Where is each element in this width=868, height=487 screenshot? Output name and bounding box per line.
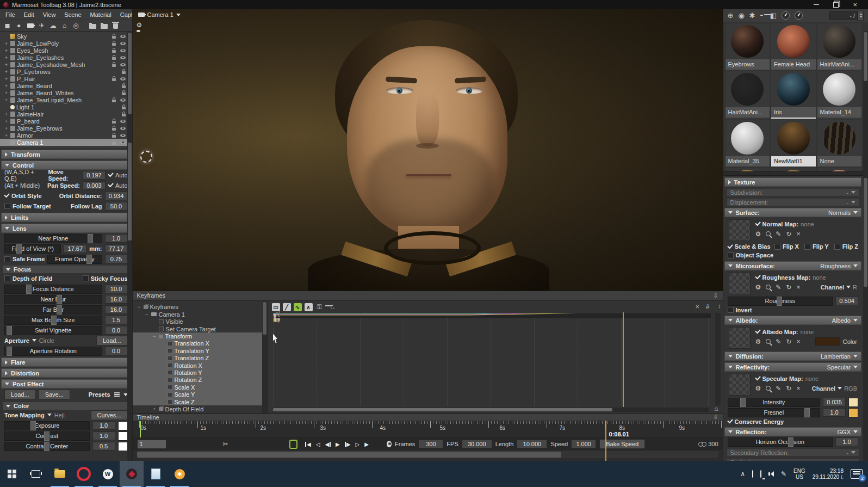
scene-item[interactable]: Camera 1 <box>0 139 132 146</box>
tone-mapping-mode[interactable]: Hejl <box>54 412 65 418</box>
taskbar-w-app[interactable]: W <box>96 461 120 487</box>
play-button[interactable]: ▶ <box>336 441 340 447</box>
collapsed-section-row[interactable]: Secondary Reflection: - <box>727 448 859 457</box>
expand-toggle[interactable]: + <box>4 126 9 131</box>
current-frame-field[interactable]: 1 <box>137 440 166 449</box>
map-settings-gear-icon[interactable]: ⚙ <box>755 230 761 238</box>
material-paint-icon[interactable]: ◧ <box>770 11 777 20</box>
map-edit-icon[interactable]: ✎ <box>776 385 781 392</box>
parameter-value[interactable]: 1.5 <box>105 316 128 324</box>
visibility-eye-icon[interactable] <box>120 42 126 45</box>
depth-of-field-checkbox[interactable]: Depth of Field <box>4 275 52 282</box>
taskbar-orange-app[interactable]: ✱ <box>168 461 191 487</box>
scale-bias-checkbox[interactable]: Scale & Bias <box>728 243 771 250</box>
material-item[interactable]: None <box>817 120 862 167</box>
color-swatch[interactable] <box>118 431 128 441</box>
pan-speed-auto-checkbox[interactable]: Auto <box>108 182 128 189</box>
curve-rows[interactable]: Tx Ty Tz -3 <box>273 313 711 406</box>
specular-map-label[interactable]: Specular Map: <box>762 375 803 382</box>
expand-toggle[interactable]: + <box>4 55 9 60</box>
curve-fit-vertical-icon[interactable]: ↕ <box>718 303 721 309</box>
notification-center-icon[interactable]: 2 <box>851 469 863 479</box>
cut-icon[interactable]: ✂ <box>223 440 228 448</box>
material-name[interactable]: HairMatAni... <box>817 59 862 70</box>
material-item[interactable]: Material_35 <box>726 120 770 167</box>
material-page-stepper[interactable] <box>858 11 864 21</box>
move-speed-auto-checkbox[interactable]: Auto <box>108 172 128 178</box>
texture-section-header[interactable]: Texture <box>724 177 861 187</box>
material-item[interactable]: Female Head <box>771 23 815 70</box>
slider-handle[interactable] <box>44 431 49 441</box>
refresh-thumbnails-icon[interactable]: ✱ <box>749 11 755 20</box>
parameter-value[interactable]: 0.0 <box>105 326 128 335</box>
sticky-focus-checkbox[interactable]: Sticky Focus <box>83 275 128 282</box>
surface-section-header[interactable]: Surface: Normals <box>724 208 861 217</box>
tree-scrollbar[interactable] <box>262 301 267 413</box>
parameter-slider[interactable]: Max Bokeh Size <box>4 316 102 325</box>
intensity-swatch[interactable] <box>848 398 858 407</box>
visibility-eye-icon[interactable] <box>120 141 126 144</box>
scene-item[interactable]: + Jaime_Beard <box>0 82 132 89</box>
home-icon[interactable]: ⌂ <box>59 21 70 30</box>
lock-icon[interactable] <box>112 142 116 145</box>
roughness-map-slot[interactable] <box>729 273 751 294</box>
channel-dropdown[interactable]: ChannelR <box>821 284 857 291</box>
scene-item[interactable]: + Jaime_Eyeshadow_Mesh <box>0 61 132 68</box>
material-grid-scrollbar[interactable] <box>863 31 868 179</box>
close-button[interactable]: × <box>853 2 857 8</box>
scene-item[interactable]: Light 1 <box>0 103 132 110</box>
parameter-slider[interactable]: Swirl Vignette <box>4 326 102 335</box>
scene-item[interactable]: + Jaime_Beard_Whites <box>0 89 132 96</box>
keyframes-panel-titlebar[interactable]: Keyframes ⇩ <box>133 291 723 301</box>
bake-speed-button[interactable]: Bake Speed <box>599 439 645 449</box>
color-subsection-header[interactable]: Color <box>3 402 129 410</box>
near-plane-value[interactable]: 1.0 <box>105 234 128 243</box>
material-item[interactable]: HairMatAni... <box>817 23 862 70</box>
parameter-value[interactable]: 10.0 <box>105 285 128 293</box>
material-item[interactable] <box>771 168 815 171</box>
aperture-mode[interactable]: Circle <box>39 337 54 344</box>
preview-sphere-icon[interactable] <box>782 11 790 20</box>
flip-z-checkbox[interactable]: Flip Z <box>834 243 858 250</box>
intensity-slider[interactable]: Intensity <box>728 398 820 407</box>
key-tool-icon[interactable]: ⚿ <box>317 303 322 311</box>
map-browse-icon[interactable] <box>766 339 771 344</box>
expand-toggle[interactable]: + <box>4 62 9 67</box>
parameter-slider[interactable]: Exposure <box>4 421 90 430</box>
expand-toggle[interactable]: + <box>4 83 9 89</box>
follow-lag-value[interactable]: 50.0 <box>105 202 128 211</box>
slider-handle[interactable] <box>44 442 49 451</box>
viewport-settings-gear-icon[interactable]: ⚙ <box>137 21 142 29</box>
timeline-ruler[interactable]: 0s1s2s3s4s5s6s7s8s9s <box>133 421 723 438</box>
taskbar-opera[interactable] <box>72 461 96 487</box>
material-item[interactable] <box>817 168 862 171</box>
tray-display-icon[interactable] <box>752 471 753 477</box>
presets-menu-icon[interactable] <box>114 394 120 395</box>
map-edit-icon[interactable]: ✎ <box>776 338 781 346</box>
tone-mapping-caret[interactable] <box>47 414 52 416</box>
material-name[interactable]: None <box>817 156 862 167</box>
frames-field[interactable]: 300 <box>418 440 443 448</box>
viewport-camera-selector[interactable]: Camera 1 <box>138 11 181 18</box>
step-forward-button[interactable]: ▶ <box>345 441 351 447</box>
scatter-icon[interactable]: ∴ <box>331 303 335 311</box>
curves-button[interactable]: Curves... <box>91 410 128 420</box>
intensity-value[interactable]: 0.035 <box>823 398 846 406</box>
delete-icon[interactable] <box>110 21 121 30</box>
albedo-map-label[interactable]: Albedo Map: <box>762 329 798 335</box>
speed-field[interactable]: 1.000 <box>571 440 596 448</box>
parameter-value[interactable]: 16.0 <box>105 305 128 314</box>
key-linear-button[interactable]: ╱ <box>283 303 291 311</box>
lock-icon[interactable] <box>112 121 116 124</box>
menu-item[interactable]: Capture <box>116 11 133 18</box>
slider-handle[interactable] <box>7 326 12 335</box>
material-item[interactable]: Material_14 <box>817 71 862 119</box>
post-save-button[interactable]: Save... <box>39 390 70 399</box>
flip-x-checkbox[interactable]: Flip X <box>774 243 799 250</box>
map-reload-icon[interactable]: ↻ <box>786 338 791 346</box>
keyframe-tree-item[interactable]: − Keyframes <box>133 304 267 311</box>
follow-target-checkbox[interactable]: Follow Target <box>4 203 51 209</box>
loop-toggle[interactable] <box>289 440 297 449</box>
render-icon[interactable]: ◎ <box>71 21 81 30</box>
scene-item[interactable]: + Jaime_Eyebrows <box>0 125 132 132</box>
